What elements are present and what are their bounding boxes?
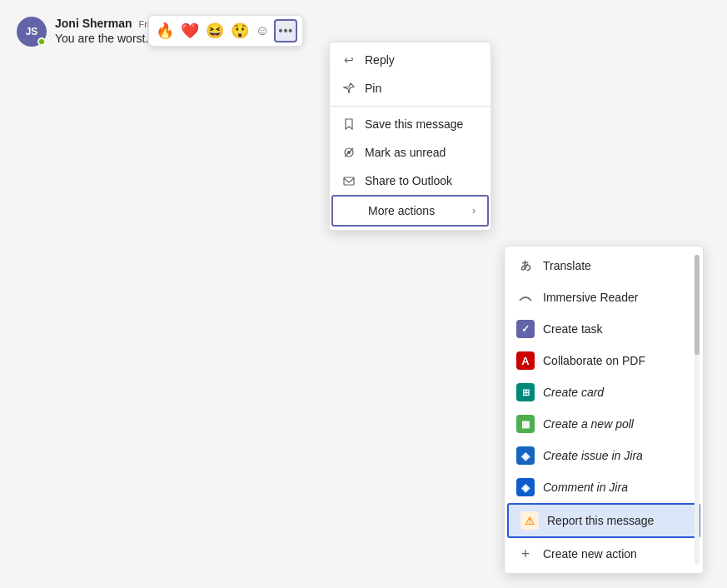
create-jira-icon: ◈: [516, 446, 535, 465]
submenu-item-create-card[interactable]: ⊞ Create card: [505, 376, 703, 408]
comment-jira-icon: ◈: [516, 478, 535, 496]
reply-icon: ↩: [341, 52, 356, 67]
submenu-item-create-action[interactable]: + Create new action: [505, 538, 703, 570]
create-card-label: Create card: [543, 386, 604, 399]
create-jira-label: Create issue in Jira: [543, 449, 643, 462]
submenu-arrow-icon: ›: [472, 205, 476, 217]
create-action-label: Create new action: [543, 547, 637, 561]
chat-area: JS Joni Sherman Frid You are the worst. …: [0, 0, 727, 588]
save-icon: [341, 117, 356, 132]
submenu-item-create-task[interactable]: ✓ Create task: [505, 313, 703, 345]
share-outlook-label: Share to Outlook: [365, 174, 452, 187]
create-poll-label: Create a new poll: [543, 417, 634, 431]
submenu: あ Translate Immersive Reader ✓ Create ta…: [504, 246, 704, 574]
submenu-item-comment-jira[interactable]: ◈ Comment in Jira: [505, 471, 703, 503]
mark-unread-label: Mark as unread: [365, 146, 446, 159]
submenu-item-immersive-reader[interactable]: Immersive Reader: [505, 282, 703, 313]
share-outlook-icon: [341, 173, 356, 188]
create-poll-icon: ▦: [516, 415, 535, 433]
menu-item-share-outlook[interactable]: Share to Outlook: [330, 167, 490, 195]
translate-label: Translate: [543, 259, 591, 272]
scrollbar-thumb[interactable]: [695, 255, 700, 355]
menu-item-pin[interactable]: Pin: [330, 74, 490, 102]
create-task-icon: ✓: [516, 320, 535, 338]
submenu-item-create-jira[interactable]: ◈ Create issue in Jira: [505, 440, 703, 471]
submenu-item-create-poll[interactable]: ▦ Create a new poll: [505, 408, 703, 440]
pin-icon: [341, 81, 356, 96]
reply-label: Reply: [365, 53, 395, 67]
immersive-reader-label: Immersive Reader: [543, 291, 638, 304]
menu-item-save[interactable]: Save this message: [330, 110, 490, 138]
emoji-surprised[interactable]: 😲: [229, 20, 251, 42]
more-actions-icon: [345, 203, 360, 218]
create-task-label: Create task: [543, 322, 603, 336]
reaction-bar: 🔥 ❤️ 😆 😲 ☺ •••: [148, 15, 303, 47]
submenu-item-collaborate-pdf[interactable]: A Collaborate on PDF: [505, 345, 703, 376]
emoji-heart[interactable]: ❤️: [179, 20, 201, 42]
emoji-fire[interactable]: 🔥: [154, 20, 176, 42]
report-icon: ⚠: [520, 511, 539, 530]
menu-item-mark-unread[interactable]: Mark as unread: [330, 138, 490, 167]
submenu-item-report[interactable]: ⚠ Report this message: [507, 503, 700, 538]
report-label: Report this message: [547, 514, 654, 527]
comment-jira-label: Comment in Jira: [543, 481, 628, 494]
menu-item-reply[interactable]: ↩ Reply: [330, 46, 490, 74]
context-menu: ↩ Reply Pin Save this message: [329, 42, 491, 231]
more-dots-icon: •••: [278, 24, 293, 37]
menu-divider-1: [330, 106, 490, 107]
mark-unread-icon: [341, 145, 356, 160]
submenu-item-translate[interactable]: あ Translate: [505, 250, 703, 282]
translate-icon: あ: [516, 257, 535, 275]
collaborate-pdf-label: Collaborate on PDF: [543, 354, 645, 367]
create-card-icon: ⊞: [516, 383, 535, 401]
save-label: Save this message: [365, 117, 463, 131]
more-actions-label: More actions: [368, 204, 435, 217]
emoji-laugh[interactable]: 😆: [204, 20, 226, 42]
scrollbar-track: [695, 255, 700, 565]
menu-item-more-actions[interactable]: More actions ›: [331, 195, 489, 227]
more-actions-button[interactable]: •••: [274, 19, 297, 42]
sender-name: Joni Sherman: [55, 17, 132, 30]
immersive-reader-icon: [516, 288, 535, 306]
svg-rect-3: [344, 177, 354, 185]
pin-label: Pin: [365, 82, 381, 95]
emoji-add[interactable]: ☺: [254, 22, 271, 40]
create-action-icon: +: [516, 545, 535, 563]
avatar: JS: [17, 17, 47, 47]
collaborate-pdf-icon: A: [516, 351, 535, 370]
online-indicator: [37, 37, 46, 46]
